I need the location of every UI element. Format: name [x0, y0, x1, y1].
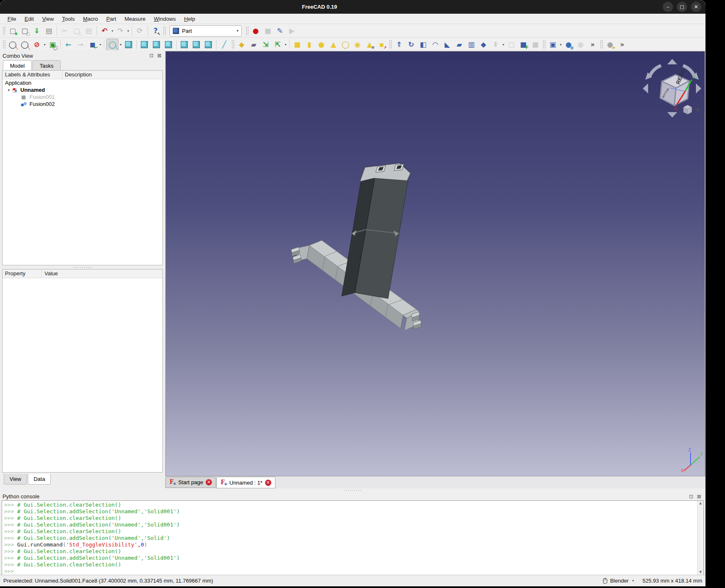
revolve-button[interactable]: ↻ — [406, 39, 417, 50]
loft-button[interactable]: ▥ — [466, 39, 477, 50]
toolbar-grip[interactable] — [543, 40, 546, 49]
title-bar[interactable]: FreeCAD 0.19 –◻✕ — [0, 0, 705, 14]
tab-view[interactable]: View — [4, 474, 27, 485]
toolbar-grip[interactable] — [2, 26, 5, 35]
boolean-cut-button[interactable]: ●● — [575, 39, 586, 50]
toolbar-grip[interactable] — [389, 40, 392, 49]
maximize-button[interactable]: ◻ — [677, 2, 687, 12]
menu-view[interactable]: View — [38, 15, 58, 23]
viewport-3d[interactable]: REAR BOTTOM Y X — [165, 51, 705, 476]
workbench-selector[interactable]: Part▾ — [170, 25, 242, 37]
toolbar-grip[interactable] — [246, 26, 248, 35]
menu-macro[interactable]: Macro — [79, 15, 102, 23]
tree-item-unnamed[interactable]: ▾▢●▪Unnamed — [2, 86, 162, 93]
fit-all-button[interactable]: ◯╲ — [7, 39, 18, 50]
mirror-button[interactable]: ◧ — [418, 39, 429, 50]
close-button[interactable]: ✕ — [691, 2, 701, 12]
undo-dropdown-icon[interactable]: ▾ — [111, 29, 114, 33]
document-tab-start-page[interactable]: F✱Start page× — [165, 477, 216, 488]
console-scrollbar[interactable]: ▲ ▼ — [697, 501, 703, 575]
open-document-button[interactable]: ▢▢ — [19, 25, 30, 37]
part-shapes-button[interactable]: ◆ — [236, 39, 247, 50]
dock-splitter[interactable] — [2, 265, 163, 269]
panel-close-icon[interactable]: ⊠ — [156, 53, 162, 59]
group-button[interactable]: ▰ — [248, 39, 259, 50]
primitive-tube-button[interactable]: ◉ — [352, 39, 363, 50]
linked-navigation-dropdown-icon[interactable]: ▾ — [98, 43, 102, 47]
redo-dropdown-icon[interactable]: ▾ — [126, 29, 130, 33]
view-top-button[interactable] — [151, 39, 162, 50]
python-console[interactable]: >>> # Gui.Selection.clearSelection()>>> … — [2, 500, 704, 575]
import-cad-button[interactable]: ⇲ — [260, 39, 271, 50]
view-rear-button[interactable] — [179, 39, 190, 50]
menu-tools[interactable]: Tools — [58, 15, 79, 23]
clipping-plane-button[interactable]: ⊘ — [31, 39, 42, 50]
console-close-icon[interactable]: ⊠ — [696, 493, 702, 500]
primitive-cylinder-button[interactable]: ▮ — [304, 39, 315, 50]
nav-style-selector[interactable]: Blender — [610, 578, 629, 584]
tree-header-labels[interactable]: Labels & Attributes — [2, 71, 62, 79]
tab-close-icon[interactable]: × — [265, 480, 271, 486]
toolbar-grip[interactable] — [2, 40, 5, 49]
primitive-torus-button[interactable]: ◯ — [340, 39, 351, 50]
export-cad-button[interactable]: ⇱ — [272, 39, 283, 50]
menu-file[interactable]: File — [3, 15, 20, 23]
workbench-caret-icon[interactable]: ▾ — [236, 29, 238, 33]
toolbar-grip[interactable] — [231, 40, 234, 49]
save-document-button[interactable]: ⇓ — [31, 25, 42, 37]
tab-model[interactable]: Model — [3, 60, 32, 70]
whats-this-button[interactable]: ?↖ — [150, 25, 161, 37]
tree-item-application[interactable]: Application — [2, 79, 162, 86]
macro-edit-button[interactable]: ✎ — [274, 25, 285, 37]
compound-tools-dropdown-icon[interactable]: ▾ — [559, 43, 563, 47]
box-zoom-button[interactable]: ▣◯ — [47, 39, 58, 50]
toolbar-grip[interactable] — [163, 26, 166, 35]
chamfer-button[interactable]: ◣ — [442, 39, 453, 50]
nav-style-caret-icon[interactable]: ▾ — [631, 579, 635, 583]
menu-part[interactable]: Part — [102, 15, 120, 23]
console-float-icon[interactable]: ⊡ — [688, 493, 694, 500]
console-splitter[interactable] — [0, 488, 705, 492]
navcube-mini-cube[interactable] — [683, 105, 700, 114]
tree-header-description[interactable]: Description — [62, 71, 162, 79]
undo-button[interactable]: ↶ — [99, 25, 110, 37]
view-isometric-button[interactable] — [123, 39, 134, 50]
tree-expander-icon[interactable]: ▾ — [6, 88, 12, 92]
scroll-up-icon[interactable]: ▲ — [698, 501, 703, 506]
sweep-button[interactable]: ◆ — [478, 39, 489, 50]
tab-data[interactable]: Data — [28, 474, 51, 485]
view-front-button[interactable] — [139, 39, 150, 50]
fillet-button[interactable]: ◠ — [430, 39, 441, 50]
tab-close-icon[interactable]: × — [206, 479, 212, 485]
make-face-button[interactable]: ▰ — [454, 39, 465, 50]
scroll-down-icon[interactable]: ▼ — [698, 570, 703, 575]
toolbar-grip[interactable] — [600, 40, 603, 49]
nav-back-button[interactable]: ← — [63, 39, 74, 50]
macro-record-button[interactable]: ● — [250, 25, 261, 37]
draw-style-dropdown-icon[interactable]: ▾ — [119, 43, 123, 47]
fit-selection-button[interactable]: ◯╲ — [19, 39, 30, 50]
menu-measure[interactable]: Measure — [120, 15, 150, 23]
extrude-button[interactable]: ⇑ — [393, 39, 405, 50]
view-right-button[interactable] — [163, 39, 174, 50]
tree-item-fusion001[interactable]: ■Fusion001 — [2, 93, 162, 100]
model-3d[interactable] — [166, 51, 705, 476]
clipping-plane-dropdown-icon[interactable]: ▾ — [43, 43, 47, 47]
export-cad-dropdown-icon[interactable]: ▾ — [284, 43, 288, 47]
view-left-button[interactable] — [203, 39, 214, 50]
shape-builder-button[interactable]: ▪↗ — [376, 39, 387, 50]
minimize-button[interactable]: – — [663, 2, 673, 12]
toolbar-overflow-2-button[interactable]: » — [617, 39, 628, 50]
property-header[interactable]: Property — [2, 270, 42, 278]
toolbar-overflow-button[interactable]: » — [587, 39, 598, 50]
new-document-button[interactable]: ▢✚ — [7, 25, 18, 37]
boolean-button[interactable]: ●● — [563, 39, 574, 50]
value-header[interactable]: Value — [42, 270, 162, 278]
defeaturing-button[interactable]: ■F — [518, 39, 529, 50]
menu-windows[interactable]: Windows — [150, 15, 180, 23]
linked-navigation-button[interactable]: ◼↩ — [87, 39, 98, 50]
view-bottom-button[interactable] — [191, 39, 202, 50]
primitive-box-button[interactable]: ■ — [292, 39, 303, 50]
primitive-cone-button[interactable]: ▲ — [328, 39, 339, 50]
panel-float-icon[interactable]: ⊡ — [148, 53, 155, 59]
